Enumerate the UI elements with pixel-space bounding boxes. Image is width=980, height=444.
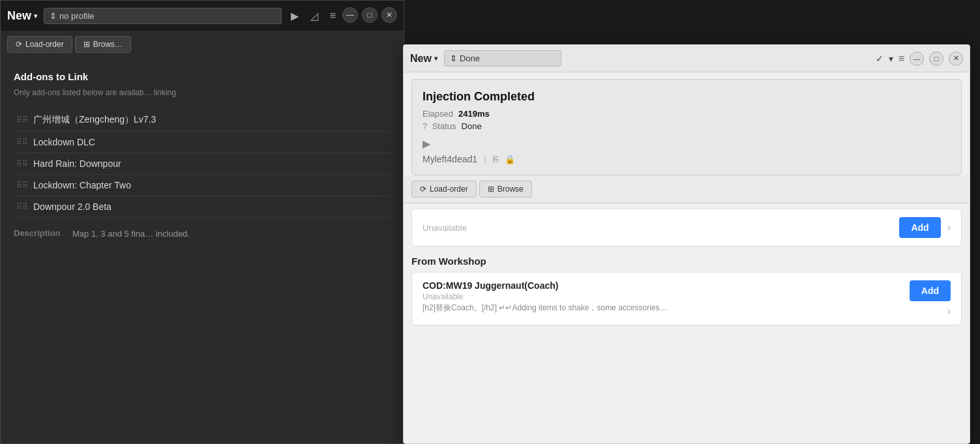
copy-icon[interactable]: ⎘ bbox=[493, 154, 498, 164]
list-item[interactable]: ⠿⠿ Lockdown: Chapter Two bbox=[14, 175, 391, 196]
addons-subtitle: Only add-ons listed below are availab… l… bbox=[14, 87, 391, 98]
load-order-btn-fg[interactable]: ⟳ Load-order bbox=[411, 181, 477, 198]
unavailable-text: Unavailable bbox=[423, 223, 893, 233]
fg-titlebar: New ▾ ⇕ Done ✓ ▾ ≡ — □ ✕ bbox=[404, 45, 970, 72]
addons-title: Add-ons to Link bbox=[14, 71, 391, 82]
injection-status-row: ? Status Done bbox=[423, 121, 951, 131]
list-item[interactable]: ⠿⠿ Downpour 2.0 Beta bbox=[14, 196, 391, 218]
workshop-item-title: COD:MW19 Juggernaut(Coach) bbox=[423, 280, 903, 291]
drag-handle-icon: ⠿⠿ bbox=[16, 115, 28, 125]
maximize-btn-fg[interactable]: □ bbox=[929, 52, 943, 66]
browse-icon-fg: ⊞ bbox=[488, 185, 494, 194]
minimize-btn-fg[interactable]: — bbox=[910, 52, 924, 66]
help-icon[interactable]: ? bbox=[423, 122, 427, 131]
status-label: Status bbox=[432, 121, 456, 131]
injection-panel: Injection Completed Elapsed 2419ms ? Sta… bbox=[411, 79, 962, 175]
description-label: Description bbox=[14, 228, 66, 240]
elapsed-value: 2419ms bbox=[458, 109, 490, 119]
addon-description: Description Map 1, 3 and 5 fina… include… bbox=[14, 228, 391, 240]
elapsed-label: Elapsed bbox=[423, 109, 453, 119]
bg-toolbar: ⟳ Load-order ⊞ Brows… bbox=[1, 31, 404, 58]
add-button-unavailable[interactable]: Add bbox=[899, 217, 940, 238]
split-icon-bg[interactable]: ◿ bbox=[308, 7, 321, 25]
menu-icon-fg[interactable]: ≡ bbox=[898, 53, 904, 65]
profile-select-bg[interactable]: ⇕ no profile bbox=[44, 8, 282, 24]
description-text: Map 1, 3 and 5 fina… included. bbox=[72, 228, 190, 240]
maximize-btn-bg[interactable]: □ bbox=[362, 7, 378, 23]
new-dropdown-arrow-fg: ▾ bbox=[434, 55, 438, 62]
fg-toolbar: ⟳ Load-order ⊞ Browse bbox=[404, 175, 970, 203]
drag-handle-icon: ⠿⠿ bbox=[16, 159, 28, 168]
minimize-btn-bg[interactable]: — bbox=[342, 7, 358, 23]
check-icon-fg[interactable]: ✓ bbox=[876, 53, 883, 64]
profile-select-fg[interactable]: ⇕ Done bbox=[444, 50, 561, 67]
addon-list: ⠿⠿ 广州增城（Zengcheng）Lv7.3 ⠿⠿ Lockdown DLC … bbox=[14, 109, 391, 218]
check-dropdown-icon-fg[interactable]: ▾ bbox=[889, 53, 893, 64]
injection-title: Injection Completed bbox=[423, 90, 951, 104]
divider: | bbox=[484, 154, 486, 164]
workshop-item-actions: Add › bbox=[910, 280, 951, 317]
workshop-item-unavailable: Unavailable bbox=[423, 292, 903, 301]
new-dropdown-arrow-bg: ▾ bbox=[34, 12, 37, 20]
new-button-bg[interactable]: New ▾ bbox=[7, 9, 37, 23]
menu-icon-bg[interactable]: ≡ bbox=[327, 7, 338, 24]
status-value: Done bbox=[462, 121, 482, 131]
chevron-right-workshop-icon[interactable]: › bbox=[947, 305, 951, 317]
injection-elapsed-row: Elapsed 2419ms bbox=[423, 109, 951, 119]
background-window: New ▾ ⇕ no profile ▶ ◿ ≡ — □ ✕ ⟳ Load-or… bbox=[0, 0, 404, 444]
fg-scroll-area[interactable]: Unavailable Add › From Workshop COD:MW19… bbox=[404, 203, 970, 443]
play-icon-bg[interactable]: ▶ bbox=[288, 7, 301, 25]
new-button-fg[interactable]: New ▾ bbox=[410, 53, 438, 65]
list-item[interactable]: ⠿⠿ 广州增城（Zengcheng）Lv7.3 bbox=[14, 109, 391, 132]
workshop-item: COD:MW19 Juggernaut(Coach) Unavailable [… bbox=[411, 272, 962, 325]
browse-btn-bg[interactable]: ⊞ Brows… bbox=[75, 36, 131, 53]
workshop-item-desc: [h2]替换Coach。[/h2] ↵↵Adding items to shak… bbox=[423, 303, 903, 314]
user-row: Myleft4dead1 | ⎘ 🔒 bbox=[423, 154, 951, 164]
close-btn-fg[interactable]: ✕ bbox=[949, 52, 963, 66]
chevron-right-icon[interactable]: › bbox=[947, 222, 951, 233]
window-controls-bg: ≡ — □ ✕ bbox=[327, 7, 397, 24]
close-btn-bg[interactable]: ✕ bbox=[381, 7, 397, 23]
dropdown-arrows-icon-fg: ⇕ bbox=[450, 53, 457, 63]
username: Myleft4dead1 bbox=[423, 154, 477, 164]
drag-handle-icon: ⠿⠿ bbox=[16, 138, 28, 147]
workshop-item-info: COD:MW19 Juggernaut(Coach) Unavailable [… bbox=[423, 280, 903, 314]
terminal-icon-row: ▶ bbox=[423, 138, 951, 150]
from-workshop-title: From Workshop bbox=[411, 256, 962, 267]
bg-content: Add-ons to Link Only add-ons listed belo… bbox=[1, 58, 404, 443]
fg-titlebar-icons: ✓ ▾ ≡ — □ ✕ bbox=[876, 52, 963, 66]
unavailable-item: Unavailable Add › bbox=[411, 209, 962, 246]
load-order-btn-bg[interactable]: ⟳ Load-order bbox=[7, 36, 72, 53]
browse-btn-fg[interactable]: ⊞ Browse bbox=[479, 181, 532, 198]
foreground-window: New ▾ ⇕ Done ✓ ▾ ≡ — □ ✕ Injection Compl… bbox=[403, 44, 970, 444]
dropdown-arrows-icon: ⇕ bbox=[50, 11, 57, 21]
list-item[interactable]: ⠿⠿ Hard Rain: Downpour bbox=[14, 153, 391, 175]
add-button-workshop[interactable]: Add bbox=[910, 280, 951, 301]
drag-handle-icon: ⠿⠿ bbox=[16, 202, 28, 211]
drag-handle-icon: ⠿⠿ bbox=[16, 181, 28, 190]
lock-icon: 🔒 bbox=[505, 155, 515, 164]
load-order-icon-fg: ⟳ bbox=[420, 185, 426, 194]
list-item[interactable]: ⠿⠿ Lockdown DLC bbox=[14, 132, 391, 153]
browse-icon-bg: ⊞ bbox=[83, 40, 90, 49]
load-order-icon-bg: ⟳ bbox=[16, 40, 22, 49]
terminal-icon[interactable]: ▶ bbox=[423, 138, 430, 149]
bg-titlebar: New ▾ ⇕ no profile ▶ ◿ ≡ — □ ✕ bbox=[1, 1, 404, 31]
